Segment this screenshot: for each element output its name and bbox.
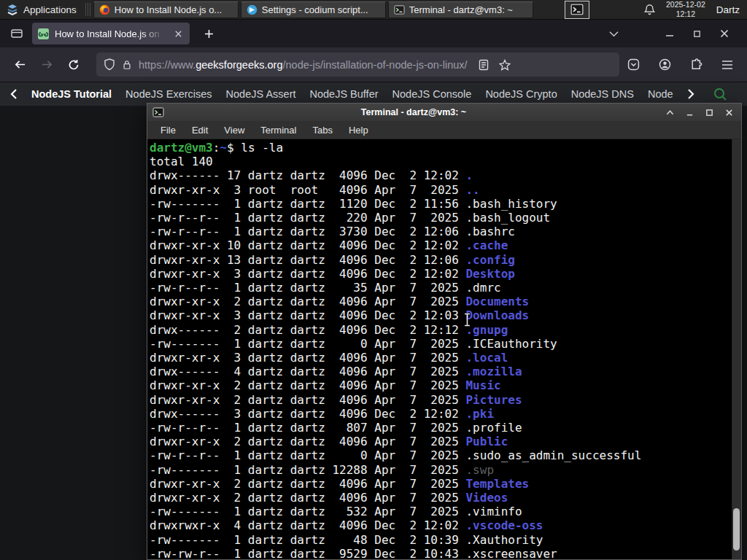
- url-bar[interactable]: https://www.geeksforgeeks.org/node-js/in…: [96, 52, 619, 77]
- file-meta: drwxr-xr-x 2 dartz dartz 4096 Apr 7 2025: [150, 491, 465, 505]
- terminal-window-title: Terminal - dartz@vm3: ~: [164, 107, 663, 117]
- site-nav-item[interactable]: NodeJS Tutorial: [31, 88, 112, 100]
- terminal-window-controls: [663, 107, 736, 118]
- site-nav-item[interactable]: NodeJS Crypto: [485, 88, 557, 100]
- terminal-menu-tabs[interactable]: Tabs: [305, 122, 339, 138]
- forward-button[interactable]: [34, 54, 60, 75]
- file-name: .bash_history: [465, 197, 557, 211]
- file-name: .: [465, 168, 473, 182]
- terminal-output-line: -rw-r--r-- 1 dartz dartz 35 Apr 7 2025 .…: [150, 281, 731, 295]
- terminal-screen[interactable]: dartz@vm3:~$ ls -la total 140 drwx------…: [147, 139, 741, 559]
- site-nav-item[interactable]: NodeJS Buffer: [310, 88, 379, 100]
- file-meta: -rw-r--r-- 1 dartz dartz 35 Apr 7 2025: [150, 281, 465, 295]
- file-name: .config: [465, 253, 514, 267]
- site-nav-items: NodeJS TutorialNodeJS ExercisesNodeJS As…: [31, 88, 673, 100]
- file-meta: drwx------ 4 dartz dartz 4096 Apr 7 2025: [150, 365, 465, 378]
- file-name: .ICEauthority: [465, 337, 557, 351]
- file-name: Templates: [465, 477, 529, 491]
- file-name: .sudo_as_admin_successful: [465, 448, 641, 462]
- file-name: Music: [465, 378, 500, 392]
- terminal-output-line: -rw-r--r-- 1 dartz dartz 220 Apr 7 2025 …: [150, 211, 731, 225]
- terminal-menubar: FileEditViewTerminalTabsHelp: [147, 121, 741, 139]
- browser-tab[interactable]: How to Install Node.js on: [32, 23, 190, 44]
- firefox-view-icon[interactable]: [10, 28, 23, 39]
- search-icon[interactable]: [713, 87, 727, 101]
- url-bar-actions: [479, 59, 511, 71]
- file-meta: drwxr-xr-x 3 root root 4096 Apr 7 2025: [150, 183, 465, 197]
- terminal-output-line: drwxr-xr-x 3 dartz dartz 4096 Dec 2 12:0…: [150, 308, 731, 322]
- back-button[interactable]: [7, 54, 33, 75]
- text-cursor-pointer: [463, 313, 471, 327]
- prompt-user: dartz@vm3: [150, 141, 213, 155]
- file-meta: -rw-r--r-- 1 dartz dartz 0 Apr 7 2025: [150, 448, 465, 462]
- applications-menu[interactable]: Applications: [0, 0, 83, 19]
- clock-time: 12:12: [676, 9, 695, 19]
- clock[interactable]: 2025-12-02 12:12: [666, 0, 705, 18]
- nav-scroll-right-icon[interactable]: [687, 89, 694, 99]
- file-meta: drwxr-xr-x 2 dartz dartz 4096 Apr 7 2025: [150, 378, 465, 392]
- terminal-output-line: drwx------ 2 dartz dartz 4096 Dec 2 12:1…: [150, 323, 731, 337]
- close-button[interactable]: [711, 25, 738, 42]
- terminal-output-line: drwx------ 4 dartz dartz 4096 Apr 7 2025…: [150, 365, 731, 378]
- terminal-scrollbar[interactable]: [732, 139, 741, 559]
- file-meta: -rw------- 1 dartz dartz 0 Apr 7 2025: [150, 337, 465, 351]
- hamburger-menu-icon[interactable]: [715, 55, 740, 75]
- terminal-output-line: drwxr-xr-x 13 dartz dartz 4096 Dec 2 12:…: [150, 253, 731, 267]
- bookmark-star-icon[interactable]: [499, 59, 511, 71]
- top-panel: Applications How to Install Node.js o...…: [0, 0, 747, 20]
- toolbar-extensions-area: [621, 53, 740, 76]
- pocket-icon[interactable]: [621, 53, 646, 76]
- scrollbar-thumb[interactable]: [733, 508, 740, 551]
- file-meta: drwxr-xr-x 3 dartz dartz 4096 Apr 7 2025: [150, 351, 465, 365]
- file-name: .gnupg: [465, 323, 508, 337]
- file-meta: drwxr-xr-x 2 dartz dartz 4096 Apr 7 2025: [150, 477, 465, 491]
- window-button-terminal[interactable]: Terminal - dartz@vm3: ~: [388, 1, 533, 18]
- file-name: .bash_logout: [465, 211, 550, 225]
- file-meta: -rw-rw-r-- 1 dartz dartz 9529 Dec 2 10:4…: [150, 547, 465, 559]
- nav-scroll-left-icon[interactable]: [10, 89, 18, 99]
- site-nav-item[interactable]: NodeJS Console: [392, 88, 472, 100]
- site-nav-item[interactable]: NodeJS Assert: [226, 88, 296, 100]
- file-name: Videos: [465, 491, 508, 505]
- maximize-button[interactable]: [684, 26, 711, 42]
- reader-mode-icon[interactable]: [479, 59, 489, 71]
- new-tab-button[interactable]: [201, 26, 217, 42]
- account-icon[interactable]: [652, 53, 678, 76]
- reload-button[interactable]: [61, 54, 86, 76]
- terminal-menu-help[interactable]: Help: [341, 122, 376, 138]
- user-menu[interactable]: Dartz: [716, 4, 740, 15]
- terminal-menu-file[interactable]: File: [153, 122, 183, 138]
- lock-icon[interactable]: [122, 59, 132, 71]
- notification-bell-icon[interactable]: [644, 4, 655, 15]
- window-button-firefox[interactable]: How to Install Node.js o...: [93, 1, 239, 18]
- minimize-button[interactable]: [683, 108, 697, 117]
- url-path: /node-js/installation-of-node-js-on-linu…: [282, 59, 467, 71]
- close-button[interactable]: [722, 107, 736, 118]
- file-meta: drwxr-xr-x 3 dartz dartz 4096 Dec 2 12:0…: [150, 267, 465, 281]
- tab-close-icon[interactable]: [173, 28, 184, 39]
- maximize-button[interactable]: [703, 107, 716, 118]
- site-nav-item[interactable]: NodeJS Exercises: [125, 88, 212, 100]
- window-button-label: Terminal - dartz@vm3: ~: [409, 4, 513, 15]
- file-meta: -rw-r--r-- 1 dartz dartz 3730 Dec 2 12:0…: [150, 225, 465, 238]
- terminal-menu-terminal[interactable]: Terminal: [253, 122, 303, 138]
- minimize-button[interactable]: [656, 25, 684, 42]
- terminal-output-line: -rw------- 1 dartz dartz 532 Apr 7 2025 …: [150, 505, 731, 518]
- terminal-titlebar[interactable]: Terminal - dartz@vm3: ~: [147, 104, 741, 121]
- terminal-menu-edit[interactable]: Edit: [185, 122, 215, 138]
- site-nav-item[interactable]: Node: [648, 88, 673, 100]
- site-nav-item[interactable]: NodeJS DNS: [571, 88, 634, 100]
- shade-button[interactable]: [663, 108, 677, 117]
- tab-list-chevron-icon[interactable]: [601, 26, 627, 42]
- window-button-label: How to Install Node.js o...: [115, 4, 222, 15]
- extensions-puzzle-icon[interactable]: [684, 53, 709, 76]
- terminal-output-line: drwxr-xr-x 2 dartz dartz 4096 Apr 7 2025…: [150, 491, 731, 505]
- terminal-output-line: drwxr-xr-x 3 root root 4096 Apr 7 2025 .…: [150, 183, 731, 197]
- window-button-codium[interactable]: Settings - codium script...: [241, 1, 386, 18]
- file-name: .xscreensaver: [465, 547, 557, 559]
- file-meta: drwxr-xr-x 3 dartz dartz 4096 Dec 2 12:0…: [150, 308, 465, 322]
- tray-terminal-icon[interactable]: [565, 1, 589, 19]
- tracking-shield-icon[interactable]: [104, 58, 115, 71]
- prompt-command: $ ls -la: [227, 141, 283, 155]
- terminal-menu-view[interactable]: View: [217, 122, 252, 138]
